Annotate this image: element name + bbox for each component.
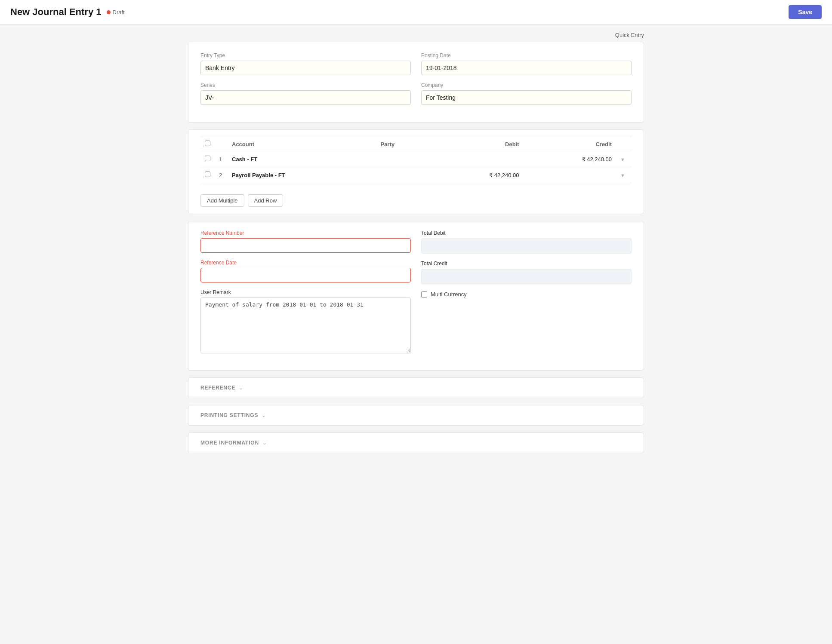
actions-header xyxy=(616,137,632,151)
add-multiple-button[interactable]: Add Multiple xyxy=(200,194,244,207)
row-checkbox-cell xyxy=(200,151,215,167)
extra-fields-card: Reference Number Reference Date User Rem… xyxy=(188,221,644,371)
posting-date-label: Posting Date xyxy=(421,52,632,58)
row-credit xyxy=(524,167,616,183)
printing-settings-chevron-icon: ⌄ xyxy=(262,412,266,418)
select-all-checkbox[interactable] xyxy=(205,141,210,146)
form-row-2: Series Company xyxy=(200,82,632,105)
row-debit xyxy=(431,151,523,167)
form-row-1: Entry Type Posting Date xyxy=(200,52,632,75)
user-remark-group: User Remark xyxy=(200,289,411,355)
row-party xyxy=(376,167,431,183)
reference-number-label: Reference Number xyxy=(200,230,411,236)
user-remark-textarea[interactable] xyxy=(200,297,411,353)
printing-settings-section-title: PRINTING SETTINGS xyxy=(200,412,258,418)
row-num: 1 xyxy=(215,151,228,167)
row-debit: ₹ 42,240.00 xyxy=(431,167,523,183)
posting-date-group: Posting Date xyxy=(421,52,632,75)
row-credit: ₹ 42,240.00 xyxy=(524,151,616,167)
reference-number-input[interactable] xyxy=(200,238,411,253)
more-information-chevron-icon: ⌄ xyxy=(262,440,267,446)
more-information-section-title: MORE INFORMATION xyxy=(200,440,259,446)
row-checkbox[interactable] xyxy=(205,172,210,177)
row-account: Cash - FT xyxy=(228,151,376,167)
more-information-card: MORE INFORMATION ⌄ xyxy=(188,432,644,453)
main-content: Quick Entry Entry Type Posting Date Seri… xyxy=(179,25,653,477)
series-input[interactable] xyxy=(200,90,411,105)
basic-info-card: Entry Type Posting Date Series Company xyxy=(188,42,644,123)
credit-header: Credit xyxy=(524,137,616,151)
row-party xyxy=(376,151,431,167)
entry-table: Account Party Debit Credit 1 Cash - FT ₹… xyxy=(200,137,632,183)
top-bar: New Journal Entry 1 Draft Save xyxy=(0,0,832,25)
series-label: Series xyxy=(200,82,411,88)
reference-date-input[interactable] xyxy=(200,268,411,282)
company-label: Company xyxy=(421,82,632,88)
left-fields: Reference Number Reference Date User Rem… xyxy=(200,230,411,362)
row-dropdown-icon[interactable]: ▼ xyxy=(620,157,625,162)
table-section: Account Party Debit Credit 1 Cash - FT ₹… xyxy=(188,130,644,190)
entry-type-label: Entry Type xyxy=(200,52,411,58)
party-header: Party xyxy=(376,137,431,151)
table-actions: Add Multiple Add Row xyxy=(188,190,644,214)
quick-entry-link[interactable]: Quick Entry xyxy=(615,32,644,38)
printing-settings-collapsible[interactable]: PRINTING SETTINGS ⌄ xyxy=(188,405,644,425)
printing-settings-card: PRINTING SETTINGS ⌄ xyxy=(188,405,644,426)
row-checkbox[interactable] xyxy=(205,156,210,161)
select-all-header xyxy=(200,137,215,151)
draft-badge: Draft xyxy=(107,9,125,15)
reference-number-group: Reference Number xyxy=(200,230,411,253)
company-group: Company xyxy=(421,82,632,105)
row-dropdown-cell: ▼ xyxy=(616,151,632,167)
basic-info-section: Entry Type Posting Date Series Company xyxy=(188,42,644,122)
total-credit-label: Total Credit xyxy=(421,261,632,267)
row-checkbox-cell xyxy=(200,167,215,183)
total-credit-value xyxy=(421,269,632,284)
reference-chevron-icon: ⌄ xyxy=(239,385,243,391)
row-account: Payroll Payable - FT xyxy=(228,167,376,183)
debit-header: Debit xyxy=(431,137,523,151)
top-bar-left: New Journal Entry 1 Draft xyxy=(10,6,125,18)
right-fields: Total Debit Total Credit Multi Currency xyxy=(421,230,632,362)
fields-section: Reference Number Reference Date User Rem… xyxy=(188,221,644,370)
more-information-collapsible[interactable]: MORE INFORMATION ⌄ xyxy=(188,433,644,453)
reference-section-title: REFERENCE xyxy=(200,385,235,391)
quick-entry-bar: Quick Entry xyxy=(188,31,644,38)
total-credit-group: Total Credit xyxy=(421,261,632,284)
draft-dot-icon xyxy=(107,10,111,14)
save-button[interactable]: Save xyxy=(789,5,822,19)
company-input[interactable] xyxy=(421,90,632,105)
multi-currency-row: Multi Currency xyxy=(421,291,632,297)
reference-date-label: Reference Date xyxy=(200,260,411,266)
table-row: 1 Cash - FT ₹ 42,240.00 ▼ xyxy=(200,151,632,167)
total-debit-group: Total Debit xyxy=(421,230,632,254)
multi-currency-checkbox[interactable] xyxy=(421,291,427,297)
series-group: Series xyxy=(200,82,411,105)
reference-date-group: Reference Date xyxy=(200,260,411,282)
reference-collapsible[interactable]: REFERENCE ⌄ xyxy=(188,378,644,398)
accounts-table-card: Account Party Debit Credit 1 Cash - FT ₹… xyxy=(188,129,644,214)
user-remark-label: User Remark xyxy=(200,289,411,295)
entry-type-input[interactable] xyxy=(200,61,411,75)
total-debit-label: Total Debit xyxy=(421,230,632,236)
row-num: 2 xyxy=(215,167,228,183)
entry-type-group: Entry Type xyxy=(200,52,411,75)
page-title: New Journal Entry 1 xyxy=(10,6,102,18)
account-header: Account xyxy=(228,137,376,151)
reference-card: REFERENCE ⌄ xyxy=(188,377,644,398)
posting-date-input[interactable] xyxy=(421,61,632,75)
add-row-button[interactable]: Add Row xyxy=(248,194,283,207)
num-header xyxy=(215,137,228,151)
row-dropdown-cell: ▼ xyxy=(616,167,632,183)
table-row: 2 Payroll Payable - FT ₹ 42,240.00 ▼ xyxy=(200,167,632,183)
multi-currency-label: Multi Currency xyxy=(431,291,467,297)
row-dropdown-icon[interactable]: ▼ xyxy=(620,173,625,178)
total-debit-value xyxy=(421,238,632,254)
draft-label: Draft xyxy=(113,9,125,15)
fields-row: Reference Number Reference Date User Rem… xyxy=(200,230,632,362)
